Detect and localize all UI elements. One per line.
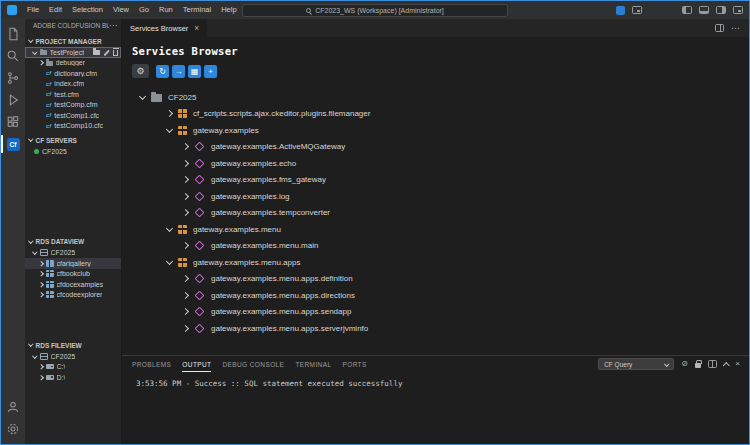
server-running-icon	[34, 149, 39, 154]
clear-output-icon[interactable]: ⊘	[681, 360, 688, 368]
cf-servers-header[interactable]: CF SERVERS	[25, 134, 121, 146]
plus-icon: +	[208, 65, 213, 78]
project-item-row[interactable]: cf testComp10.cfc	[25, 121, 121, 132]
database-row[interactable]: cfartgallery	[25, 258, 121, 269]
coldfusion-view-icon[interactable]: Cf	[1, 133, 25, 155]
tree-row[interactable]: gateway.examples.menu.apps.sendapp	[122, 304, 749, 321]
tree-row[interactable]: gateway.examples.menu.main	[122, 238, 749, 255]
settings-gear-icon[interactable]	[1, 418, 25, 440]
project-item-row[interactable]: debugger	[25, 58, 121, 69]
refresh-button[interactable]: ↻	[156, 65, 169, 78]
database-row[interactable]: cfcodeexplorer	[25, 290, 121, 301]
tree-row[interactable]: gateway.examples.fms_gateway	[122, 172, 749, 189]
search-view-icon[interactable]	[1, 45, 25, 67]
chevron-right-icon[interactable]	[182, 275, 189, 282]
explorer-icon[interactable]	[1, 23, 25, 45]
tree-row[interactable]: CF2025	[122, 89, 749, 106]
window-title-search[interactable]: CF2023_WS (Workspace) [Administrator]	[242, 4, 508, 17]
panel-tab[interactable]: PORTS	[342, 357, 366, 372]
grid-view-button[interactable]: ▦	[188, 65, 201, 78]
database-row[interactable]: cfbookclub	[25, 269, 121, 280]
output-channel-select[interactable]: CF Query	[598, 358, 674, 370]
menu-item[interactable]: Help	[216, 1, 241, 19]
project-item-row[interactable]: cf testComp.cfm	[25, 100, 121, 111]
menu-item[interactable]: Go	[134, 1, 154, 19]
customize-layout-icon[interactable]	[733, 6, 743, 14]
toggle-panel-icon[interactable]	[699, 6, 709, 14]
split-editor-icon[interactable]	[715, 24, 724, 32]
lock-icon[interactable]	[695, 363, 701, 368]
chevron-down-icon[interactable]	[166, 258, 173, 265]
chevron-right-icon[interactable]	[182, 176, 189, 183]
toggle-secondary-sidebar-icon[interactable]	[716, 6, 726, 14]
rds-fileview-header[interactable]: RDS FILEVIEW	[25, 339, 121, 351]
drive-row[interactable]: C:\	[25, 362, 121, 373]
project-item-row[interactable]: cf index.cfm	[25, 79, 121, 90]
close-panel-icon[interactable]: ×	[735, 360, 740, 368]
tree-row[interactable]: gateway.examples.menu.apps	[122, 254, 749, 271]
cf-extension-icon[interactable]	[616, 6, 625, 15]
tree-row[interactable]: gateway.examples.tempconverter	[122, 205, 749, 222]
toggle-sidebar-icon[interactable]	[682, 6, 692, 14]
cf-server-row[interactable]: CF2025	[25, 146, 121, 157]
delete-icon[interactable]	[113, 50, 118, 56]
panel-tab[interactable]: TERMINAL	[295, 357, 331, 372]
menu-item[interactable]: Run	[154, 1, 178, 19]
menu-item[interactable]: Edit	[44, 1, 67, 19]
panel-tab[interactable]: DEBUG CONSOLE	[222, 357, 284, 372]
chevron-right-icon[interactable]	[182, 242, 189, 249]
close-icon[interactable]: ×	[194, 24, 199, 32]
project-row[interactable]: TestProject	[25, 47, 121, 58]
tree-row[interactable]: cf_scripts.scripts.ajax.ckeditor.plugins…	[122, 106, 749, 123]
tree-row[interactable]: gateway.examples	[122, 122, 749, 139]
split-panel-icon[interactable]	[708, 360, 717, 368]
chevron-right-icon[interactable]	[182, 325, 189, 332]
add-button[interactable]: +	[204, 65, 217, 78]
project-item-row[interactable]: cf test.cfm	[25, 89, 121, 100]
chevron-right-icon[interactable]	[182, 292, 189, 299]
project-item-row[interactable]: cf testComp1.cfc	[25, 110, 121, 121]
extensions-icon[interactable]	[1, 111, 25, 133]
rds-dataview-header[interactable]: RDS DATAVIEW	[25, 236, 121, 248]
drive-row[interactable]: D:\	[25, 372, 121, 383]
panel-tab[interactable]: OUTPUT	[182, 357, 211, 372]
chevron-right-icon[interactable]	[166, 110, 173, 117]
chevron-right-icon[interactable]	[182, 193, 189, 200]
more-actions-icon[interactable]: ⋯	[109, 22, 117, 30]
project-manager-header[interactable]: PROJECT MANAGER	[25, 35, 121, 47]
menu-item[interactable]: Terminal	[178, 1, 216, 19]
tab-services-browser[interactable]: Services Browser ×	[122, 19, 207, 37]
tree-row[interactable]: gateway.examples.menu.apps.definition	[122, 271, 749, 288]
more-actions-icon[interactable]: ⋯	[731, 23, 740, 33]
chevron-right-icon[interactable]	[182, 143, 189, 150]
tree-row[interactable]: gateway.examples.menu.apps.serverjvminfo	[122, 320, 749, 337]
chevron-down-icon[interactable]	[166, 126, 173, 133]
chevron-right-icon[interactable]	[182, 308, 189, 315]
rds-server-row[interactable]: CF2025	[25, 351, 121, 362]
wrench-button[interactable]: ⚙	[132, 64, 149, 78]
chevron-down-icon[interactable]	[139, 93, 146, 100]
chevron-right-icon[interactable]	[182, 160, 189, 167]
tree-row[interactable]: gateway.examples.ActiveMQGateway	[122, 139, 749, 156]
menu-item[interactable]: File	[22, 1, 44, 19]
accounts-icon[interactable]	[1, 396, 25, 418]
project-item-row[interactable]: cf dictionary.cfm	[25, 68, 121, 79]
tree-row[interactable]: gateway.examples.echo	[122, 155, 749, 172]
menu-item[interactable]: View	[108, 1, 134, 19]
menu-item[interactable]: Selection	[67, 1, 108, 19]
maximize-panel-icon[interactable]	[723, 362, 729, 368]
new-folder-icon[interactable]	[93, 50, 100, 55]
chevron-down-icon[interactable]	[166, 225, 173, 232]
tree-row[interactable]: gateway.examples.menu	[122, 221, 749, 238]
source-control-icon[interactable]	[1, 67, 25, 89]
database-row[interactable]: cfdocexamples	[25, 279, 121, 290]
go-button[interactable]: →	[172, 65, 185, 78]
extension-panel-icon[interactable]	[632, 6, 642, 14]
run-debug-icon[interactable]	[1, 89, 25, 111]
edit-icon[interactable]	[103, 49, 109, 55]
chevron-right-icon[interactable]	[182, 209, 189, 216]
panel-tab[interactable]: PROBLEMS	[132, 357, 171, 372]
tree-row[interactable]: gateway.examples.log	[122, 188, 749, 205]
tree-row[interactable]: gateway.examples.menu.apps.directions	[122, 287, 749, 304]
rds-server-row[interactable]: CF2025	[25, 248, 121, 259]
